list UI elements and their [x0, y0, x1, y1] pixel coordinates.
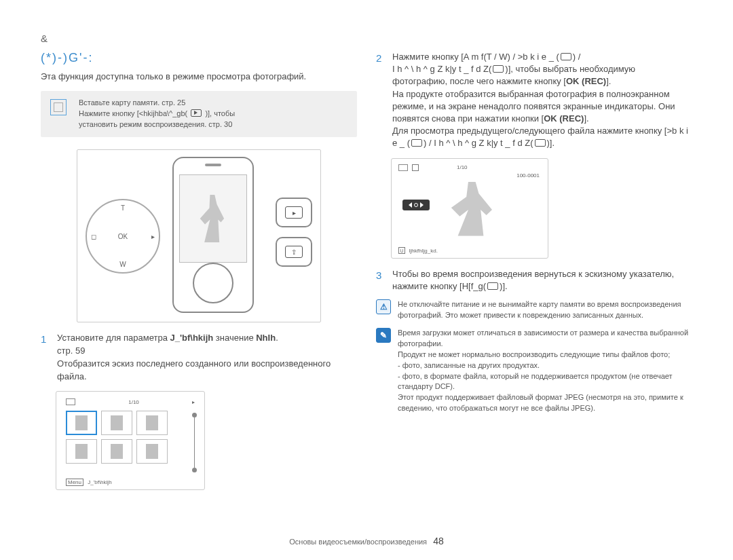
menu-mode-text: J_'bf\hkijh: [88, 479, 111, 485]
page-footer: Основы видеосъемки/воспроизведения 48: [41, 530, 692, 546]
card-icon: [66, 398, 75, 405]
info-line: Время загрузки может отличаться в зависи…: [398, 328, 692, 350]
dpad-down-label: W: [119, 261, 126, 268]
thumbnail-counter: 1/10: [128, 399, 139, 405]
warning-icon: ⚠: [376, 299, 391, 314]
fullscreen-counter: 1/10: [457, 164, 468, 170]
prep-line3: установить режим воспроизведения. стр. 3…: [79, 119, 349, 130]
fullscreen-caption: IjhkfhIjg_kd.: [409, 248, 438, 254]
warning-text: Не отключайте питание и не вынимайте кар…: [398, 299, 692, 321]
share-icon: [487, 282, 498, 290]
thumbnail-item: [136, 411, 168, 435]
info-note: ✎ Время загрузки может отличаться в зави…: [376, 328, 692, 415]
share-button-illus: ⇪: [276, 237, 312, 267]
thumbnail-item: [101, 411, 132, 435]
share-box-icon: U: [398, 247, 405, 254]
card-icon: [398, 164, 408, 171]
display-icon: [561, 53, 571, 60]
file-number: 100-0001: [516, 172, 540, 179]
dpad-up-label: T: [121, 204, 125, 212]
scrollbar: [194, 415, 195, 470]
section-title: (*)-)G'-:: [41, 51, 357, 65]
page-number: 48: [433, 536, 444, 546]
photo-silhouette-icon: [198, 195, 229, 242]
step-1: 1 Установите для параметра J_'bf\hkijh з…: [41, 332, 357, 383]
info-line: - фото, в формате файла, который не подд…: [398, 371, 692, 393]
prerequisite-box: Вставьте карту памяти. стр. 25 Нажмите к…: [41, 91, 357, 137]
prep-line1: Вставьте карту памяти. стр. 25: [79, 98, 349, 109]
underwater-icon: [535, 139, 546, 147]
intro-text: Эта функция доступна только в режиме про…: [41, 71, 357, 83]
warning-note: ⚠ Не отключайте питание и не вынимайте к…: [376, 299, 692, 321]
dpad-left-label: ◻: [91, 233, 96, 240]
photo-mode-icon: [412, 164, 419, 171]
device-illustration: T W OK ◻ ▸ ▸ ⇪: [77, 149, 321, 322]
step-3: 3 Чтобы во время воспроизведения вернуть…: [376, 268, 692, 293]
chapter-heading: &: [41, 33, 692, 44]
step-2: 2 Нажмите кнопку [A m f(T / W) / >b k i …: [376, 51, 692, 150]
seek-indicator: [402, 200, 430, 210]
menu-key-label: Menu: [66, 479, 83, 486]
magnify-icon: [414, 203, 418, 207]
info-line: - фото, записанные на других продуктах.: [398, 360, 692, 371]
dpad-large: T W OK ◻ ▸: [86, 199, 160, 274]
photo-silhouette-icon: [449, 182, 497, 236]
play-button-illus: ▸: [276, 198, 312, 227]
info-icon: ✎: [376, 328, 391, 343]
prev-arrow-icon: [409, 202, 412, 208]
dpad-right-label: ▸: [151, 233, 155, 240]
step-number: 2: [376, 51, 386, 150]
play-mode-icon: [191, 109, 202, 117]
device-body: [172, 157, 254, 313]
step-number: 3: [376, 268, 386, 293]
underwater-icon: [493, 65, 504, 73]
chevron-right-icon: ▸: [192, 399, 195, 405]
dpad-small: [193, 263, 233, 303]
sdcard-icon: [50, 99, 67, 115]
dpad-ok-label: OK: [118, 233, 128, 240]
next-arrow-icon: [420, 202, 424, 208]
display-icon: [411, 139, 422, 147]
thumbnail-screen: 1/10 ▸ Menu J_'bf\hkijh: [56, 391, 205, 490]
footer-label: Основы видеосъемки/воспроизведения: [289, 538, 427, 546]
thumbnail-item: [66, 411, 97, 435]
device-screen: [179, 174, 247, 263]
info-line: Продукт не может нормально воспроизводит…: [398, 350, 692, 360]
step-number: 1: [41, 332, 50, 383]
thumbnail-item: [136, 439, 168, 464]
info-line: Этот продукт поддерживает файловый форма…: [398, 392, 692, 414]
fullscreen-preview: 1/10 100-0001 U IjhkfhIjg_kd.: [391, 158, 548, 259]
prep-line2: Нажмите кнопку [<hkijhba\^_gb( )], чтобы: [79, 109, 349, 119]
thumbnail-item: [66, 439, 97, 464]
thumbnail-grid: [66, 411, 168, 464]
thumbnail-item: [101, 439, 132, 464]
